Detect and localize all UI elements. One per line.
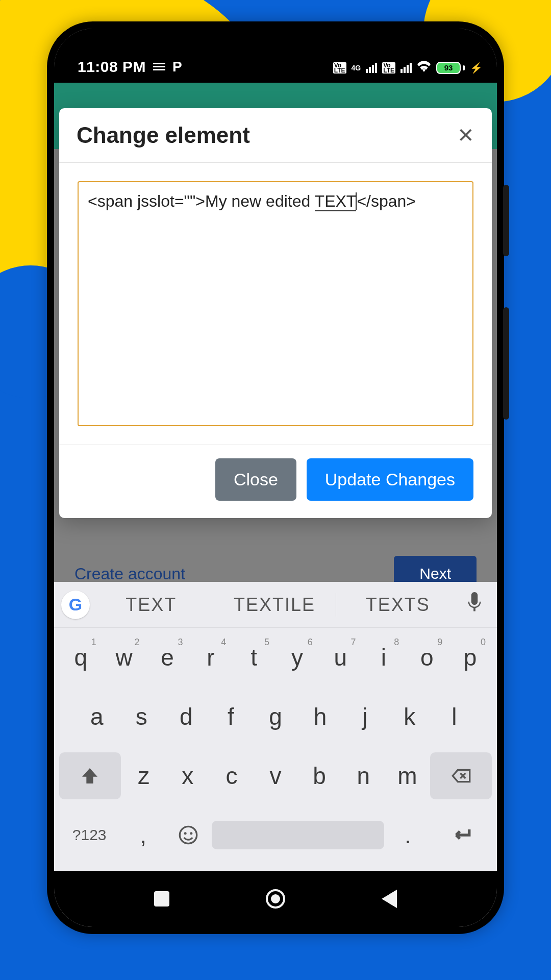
key-q[interactable]: q1 bbox=[60, 634, 102, 681]
update-changes-button[interactable]: Update Changes bbox=[307, 458, 473, 501]
emoji-key[interactable] bbox=[167, 812, 210, 859]
suggestion-bar: G TEXT TEXTILE TEXTS bbox=[54, 582, 497, 628]
key-i[interactable]: i8 bbox=[363, 634, 405, 681]
volte-icon: VoLTE bbox=[333, 62, 346, 74]
close-icon[interactable]: ✕ bbox=[457, 125, 474, 145]
dialog-title: Change element bbox=[77, 122, 250, 148]
key-n[interactable]: n bbox=[342, 752, 384, 799]
mic-icon[interactable] bbox=[459, 592, 490, 617]
element-html-textarea[interactable]: <span jsslot="">My new edited TEXT</span… bbox=[78, 181, 473, 426]
signal-bars-icon bbox=[366, 63, 377, 73]
svg-point-0 bbox=[180, 826, 196, 843]
key-y[interactable]: y6 bbox=[277, 634, 318, 681]
key-a[interactable]: a bbox=[76, 693, 118, 740]
create-account-link[interactable]: Create account bbox=[74, 565, 185, 583]
status-time: 11:08 PM bbox=[78, 58, 146, 76]
textarea-text-part: <span jsslot="">My new edited bbox=[88, 192, 315, 210]
home-button[interactable] bbox=[264, 888, 287, 910]
key-l[interactable]: l bbox=[433, 693, 476, 740]
suggestion-2[interactable]: TEXTILE bbox=[213, 594, 336, 616]
keyboard-indicator-icon bbox=[153, 63, 165, 71]
key-k[interactable]: k bbox=[388, 693, 431, 740]
space-key[interactable] bbox=[212, 812, 384, 859]
battery-icon: 93 bbox=[436, 62, 465, 74]
svg-point-1 bbox=[184, 832, 187, 835]
key-g[interactable]: g bbox=[254, 693, 297, 740]
key-m[interactable]: m bbox=[386, 752, 428, 799]
system-nav-bar bbox=[54, 871, 497, 927]
google-logo-icon[interactable]: G bbox=[61, 591, 90, 619]
status-bar: 11:08 PM P VoLTE 4G VoLTE 93 ⚡ bbox=[54, 29, 497, 83]
close-button[interactable]: Close bbox=[215, 458, 296, 501]
enter-key[interactable] bbox=[432, 812, 492, 859]
phone-screen: 11:08 PM P VoLTE 4G VoLTE 93 ⚡ bbox=[54, 29, 497, 927]
charging-icon: ⚡ bbox=[470, 62, 483, 74]
key-e[interactable]: e3 bbox=[147, 634, 188, 681]
key-s[interactable]: s bbox=[120, 693, 163, 740]
key-z[interactable]: z bbox=[123, 752, 165, 799]
wifi-icon bbox=[417, 60, 431, 76]
suggestion-1[interactable]: TEXT bbox=[90, 594, 213, 616]
period-key[interactable]: . bbox=[386, 812, 429, 859]
key-p[interactable]: p0 bbox=[449, 634, 491, 681]
svg-point-2 bbox=[190, 832, 192, 835]
network-4g-icon: 4G bbox=[352, 64, 361, 72]
comma-key[interactable]: , bbox=[121, 812, 164, 859]
key-j[interactable]: j bbox=[343, 693, 386, 740]
volte-icon-2: VoLTE bbox=[382, 62, 395, 74]
symbols-key[interactable]: ?123 bbox=[59, 812, 119, 859]
textarea-underlined-word: TEXT bbox=[315, 192, 357, 211]
key-f[interactable]: f bbox=[210, 693, 253, 740]
key-c[interactable]: c bbox=[211, 752, 253, 799]
key-b[interactable]: b bbox=[298, 752, 340, 799]
key-w[interactable]: w2 bbox=[104, 634, 145, 681]
suggestion-3[interactable]: TEXTS bbox=[336, 594, 459, 616]
shift-key[interactable] bbox=[59, 752, 121, 799]
key-t[interactable]: t5 bbox=[233, 634, 274, 681]
back-button[interactable] bbox=[378, 888, 400, 910]
change-element-dialog: Change element ✕ <span jsslot="">My new … bbox=[59, 108, 492, 518]
key-o[interactable]: o9 bbox=[406, 634, 447, 681]
key-d[interactable]: d bbox=[165, 693, 208, 740]
p-icon: P bbox=[172, 59, 182, 75]
key-u[interactable]: u7 bbox=[320, 634, 361, 681]
key-r[interactable]: r4 bbox=[190, 634, 231, 681]
phone-frame: 11:08 PM P VoLTE 4G VoLTE 93 ⚡ bbox=[47, 21, 504, 934]
backspace-key[interactable] bbox=[430, 752, 492, 799]
textarea-text-part: </span> bbox=[357, 192, 416, 210]
key-h[interactable]: h bbox=[299, 693, 342, 740]
recents-button[interactable] bbox=[151, 888, 173, 910]
signal-bars-icon-2 bbox=[400, 63, 412, 73]
key-v[interactable]: v bbox=[255, 752, 296, 799]
key-x[interactable]: x bbox=[167, 752, 209, 799]
on-screen-keyboard: G TEXT TEXTILE TEXTS q1w2e3r4t5y6u7i8o9p… bbox=[54, 582, 497, 871]
